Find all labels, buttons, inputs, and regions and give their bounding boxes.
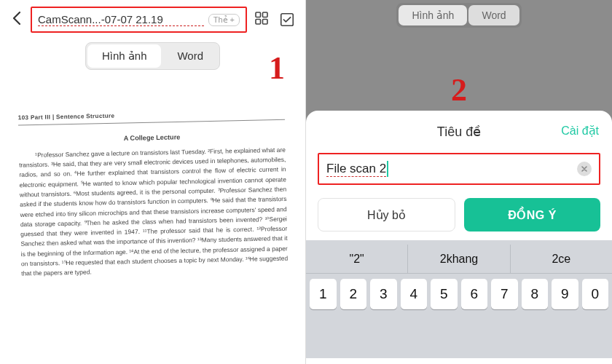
modal-title: Tiêu đề [437, 124, 481, 140]
scanned-document-preview[interactable]: 103 Part III | Sentence Structure A Coll… [0, 85, 306, 364]
key-1[interactable]: 1 [310, 279, 337, 309]
bg-segment-image: Hình ảnh [399, 5, 467, 25]
document-title-field-highlight[interactable]: CamScann...-07-07 21.19 Thẻ + [31, 7, 247, 33]
dimmed-segment-background: Hình ảnh Word [306, 0, 612, 35]
key-7[interactable]: 7 [491, 279, 518, 309]
key-9[interactable]: 9 [552, 279, 578, 309]
screenshot-step-1: CamScann...-07-07 21.19 Thẻ + Hình ảnh W… [0, 0, 306, 364]
cancel-button[interactable]: Hủy bỏ [318, 198, 455, 232]
key-3[interactable]: 3 [370, 279, 397, 309]
screenshot-step-2: Hình ảnh Word 2 Tiêu đề Cài đặt File sca… [306, 0, 612, 364]
key-2[interactable]: 2 [340, 279, 367, 309]
back-button[interactable] [7, 8, 26, 32]
segment-image-tab[interactable]: Hình ảnh [87, 44, 162, 68]
suggestion-3[interactable]: 2ce [511, 245, 612, 273]
svg-rect-1 [263, 12, 268, 17]
doc-body-text: ¹Professor Sanchez gave a lecture on tra… [19, 145, 289, 279]
suggestion-1[interactable]: "2" [306, 245, 408, 273]
svg-rect-3 [263, 19, 268, 24]
segment-word-tab[interactable]: Word [162, 44, 218, 68]
key-4[interactable]: 4 [401, 279, 428, 309]
document-title-text: CamScann...-07-07 21.19 [38, 13, 204, 26]
top-bar: CamScann...-07-07 21.19 Thẻ + [0, 0, 305, 39]
title-input-value: File scan 2 [326, 162, 386, 177]
keyboard-suggestion-bar: "2" 2khang 2ce [306, 245, 612, 274]
bg-segment-word: Word [468, 5, 519, 25]
add-tag-chip[interactable]: Thẻ + [208, 14, 240, 26]
key-5[interactable]: 5 [431, 279, 458, 309]
ios-keyboard: "2" 2khang 2ce 1 2 3 4 5 6 7 8 9 0 [306, 240, 612, 358]
suggestion-2[interactable]: 2khang [408, 245, 510, 273]
keyboard-number-row: 1 2 3 4 5 6 7 8 9 0 [306, 274, 612, 309]
doc-section-header: 103 Part III | Sentence Structure [18, 112, 115, 121]
key-8[interactable]: 8 [522, 279, 549, 309]
text-cursor [387, 161, 388, 177]
key-6[interactable]: 6 [461, 279, 488, 309]
doc-heading: A College Lecture [18, 130, 285, 145]
view-mode-segment: Hình ảnh Word [0, 42, 305, 70]
confirm-button[interactable]: ĐỒNG Ý [464, 198, 600, 232]
annotation-step-number-1: 1 [269, 50, 285, 87]
clear-input-icon[interactable] [577, 162, 592, 176]
key-0[interactable]: 0 [582, 279, 609, 309]
title-input-highlight[interactable]: File scan 2 [318, 153, 600, 185]
settings-link[interactable]: Cài đặt [561, 124, 599, 138]
svg-rect-4 [281, 14, 294, 26]
svg-rect-0 [256, 12, 261, 17]
rename-modal: Tiêu đề Cài đặt File scan 2 Hủy bỏ ĐỒNG … [306, 111, 612, 364]
select-check-icon[interactable] [276, 9, 298, 31]
annotation-step-number-2: 2 [451, 71, 467, 108]
grid-view-icon[interactable] [251, 8, 272, 32]
svg-rect-2 [256, 19, 261, 24]
